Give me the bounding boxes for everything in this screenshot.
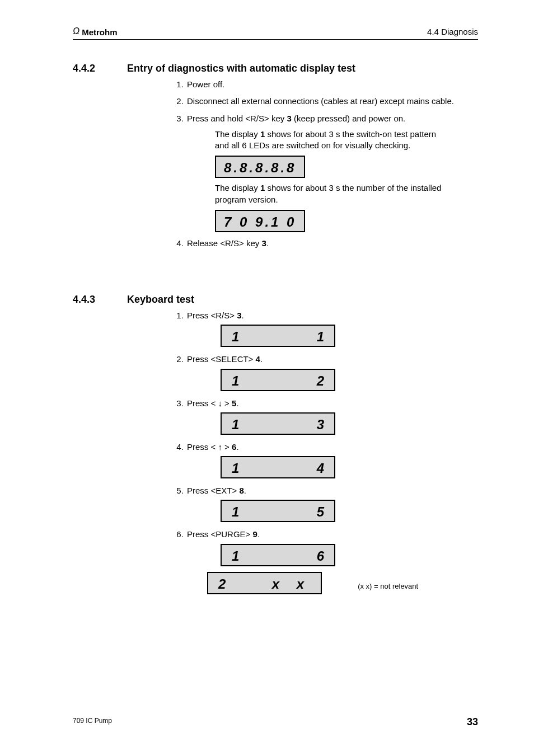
step-text: . — [266, 238, 269, 248]
section-number: 4.4.3 — [73, 294, 109, 306]
step-text: Release <R/S> key — [187, 238, 261, 248]
brand-omega-icon: Ω — [73, 26, 79, 36]
period: . — [244, 486, 246, 495]
key-ref: 1 — [260, 183, 265, 192]
key-ref: 9 — [253, 529, 257, 539]
lcd-right: x x — [272, 573, 311, 593]
header-section-label: 4.4 Diagnosis — [427, 27, 478, 36]
lcd-display: 16 — [221, 544, 335, 566]
section-442-body: Power off. Disconnect all external conne… — [174, 79, 478, 249]
lcd-right: 6 — [317, 545, 324, 565]
lcd-right: 4 — [317, 457, 324, 477]
display-wrap: 15 — [221, 500, 478, 522]
period: . — [236, 398, 238, 408]
step-text: Press <PURGE> — [187, 529, 253, 539]
display-wrap: 7 0 9.1 0 — [215, 210, 450, 232]
lcd-display: 8.8.8.8.8 — [215, 156, 305, 178]
step-text: Press <EXT> — [187, 486, 239, 495]
note-text: The display — [215, 183, 260, 192]
section-heading-443: 4.4.3 Keyboard test — [73, 294, 478, 306]
lcd-display: 13 — [221, 412, 335, 435]
display-wrap: 11 — [221, 325, 478, 347]
step-text: Press < ↑ > — [187, 442, 232, 452]
key-ref: 3 — [261, 238, 266, 248]
lcd-left: 1 — [232, 501, 239, 521]
step-text: Press and hold <R/S> key — [187, 114, 287, 123]
key-ref: 3 — [237, 311, 241, 320]
lcd-display: 15 — [221, 500, 335, 522]
section-title: Keyboard test — [127, 294, 194, 306]
lcd-right: 2 — [317, 370, 324, 390]
annotation: (x x) = not relevant — [358, 581, 418, 591]
lcd-left: 1 — [232, 414, 239, 434]
step: Release <R/S> key 3. — [186, 238, 478, 249]
step-text: Press < ↓ > — [187, 398, 232, 408]
step: Press < ↓ > 5.13 — [186, 398, 478, 435]
key-ref: 4 — [256, 354, 260, 364]
display-wrap: 12 — [221, 369, 478, 391]
period: . — [257, 529, 260, 539]
key-ref: 3 — [287, 114, 291, 123]
step: Disconnect all external connections (cab… — [186, 96, 478, 107]
step: Press and hold <R/S> key 3 (keep pressed… — [186, 113, 478, 232]
lcd-display: 2 x x — [207, 572, 322, 594]
step: Press <EXT> 8.15 — [186, 485, 478, 522]
header-brand: Ω Metrohm — [73, 27, 118, 37]
step-text: (keep pressed) and power on. — [292, 114, 405, 123]
section-heading-442: 4.4.2 Entry of diagnostics with automati… — [73, 63, 478, 74]
lcd-display: 12 — [221, 369, 335, 391]
section-443-body: Press <R/S> 3.11Press <SELECT> 4.12Press… — [174, 310, 478, 594]
note-text: The display — [215, 129, 260, 139]
lcd-display: 11 — [221, 325, 335, 347]
step: Press <R/S> 3.11 — [186, 310, 478, 347]
lcd-left: 1 — [232, 370, 239, 390]
brand-name: Metrohm — [82, 27, 117, 37]
period: . — [242, 311, 244, 320]
step-text: Press <SELECT> — [187, 354, 256, 364]
lcd-left: 1 — [232, 545, 239, 565]
period: . — [236, 442, 238, 452]
section-title: Entry of diagnostics with automatic disp… — [127, 63, 355, 74]
key-ref: 1 — [260, 129, 265, 139]
footer-doc-title: 709 IC Pump — [73, 717, 112, 725]
display-wrap: 8.8.8.8.8 — [215, 156, 450, 178]
display-wrap: 2 x x (x x) = not relevant — [207, 572, 478, 594]
display-wrap: 13 — [221, 412, 478, 435]
lcd-left: 1 — [232, 457, 239, 477]
step: Press <PURGE> 9.16 — [186, 529, 478, 566]
lcd-left: 2 — [218, 573, 226, 593]
lcd-display: 14 — [221, 456, 335, 478]
header-rule — [73, 39, 478, 40]
step-text: Press <R/S> — [187, 311, 237, 320]
key-ref: 8 — [239, 486, 243, 495]
page: Ω Metrohm 4.4 Diagnosis 4.4.2 Entry of d… — [0, 0, 534, 756]
lcd-display: 7 0 9.1 0 — [215, 210, 305, 232]
lcd-right: 1 — [317, 326, 324, 346]
lcd-right: 5 — [317, 501, 324, 521]
step: Press <SELECT> 4.12 — [186, 354, 478, 391]
step: Power off. — [186, 79, 478, 90]
display-wrap: 16 — [221, 544, 478, 566]
step-note: The display 1 shows for about 3 s the sw… — [215, 129, 450, 152]
step-note: The display 1 shows for about 3 s the nu… — [215, 182, 450, 205]
lcd-right: 3 — [317, 414, 324, 434]
lcd-left: 1 — [232, 326, 239, 346]
section-number: 4.4.2 — [73, 63, 109, 74]
display-wrap: 14 — [221, 456, 478, 478]
step: Press < ↑ > 6.14 — [186, 442, 478, 478]
period: . — [260, 354, 263, 364]
footer-page-number: 33 — [467, 716, 478, 728]
